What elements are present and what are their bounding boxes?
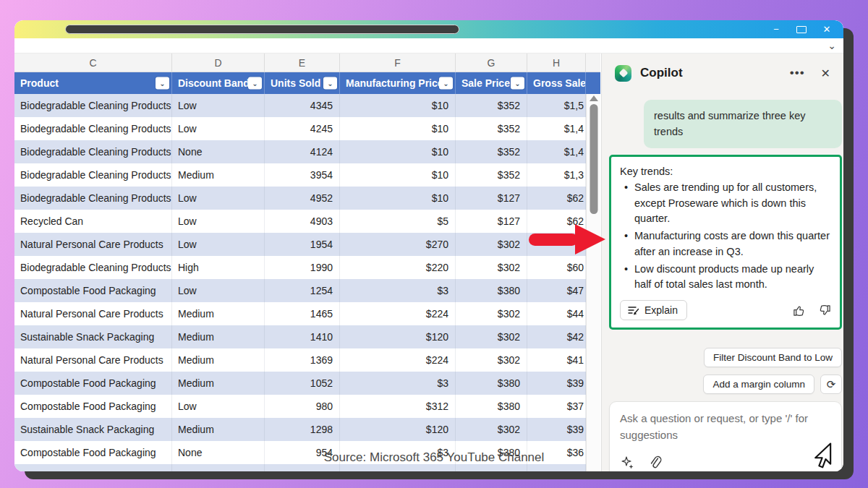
cell-product[interactable]: Sustainable Snack Packaging	[14, 418, 172, 441]
cell-discount-band[interactable]: High	[172, 256, 265, 279]
cell-product[interactable]: Compostable Food Packaging	[14, 372, 172, 395]
column-letter-g[interactable]: G	[456, 53, 527, 72]
cell-manufacturing-price[interactable]: $10	[340, 187, 456, 210]
cell-product[interactable]: Natural Personal Care Products	[14, 302, 172, 325]
minimize-button[interactable]: −	[771, 25, 781, 34]
cell-product[interactable]: Biodegradable Cleaning Products	[14, 163, 172, 187]
filter-dropdown-icon[interactable]: ⌄	[511, 77, 524, 90]
cell-sale-price[interactable]: $380	[456, 279, 527, 302]
cell-discount-band[interactable]: Medium	[172, 163, 265, 187]
suggestion-filter-discount[interactable]: Filter Discount Band to Low	[704, 348, 842, 367]
cell-units-sold[interactable]: 4124	[265, 140, 340, 163]
thumbs-up-icon[interactable]	[793, 304, 807, 317]
cell-gross-sales[interactable]: $1,5	[527, 94, 586, 117]
sheet-scrollbar[interactable]	[586, 94, 600, 471]
cell-manufacturing-price[interactable]: $3	[340, 372, 456, 395]
cell-sale-price[interactable]: $352	[456, 94, 527, 117]
cell-product[interactable]: Biodegradable Cleaning Products	[14, 464, 172, 471]
filter-dropdown-icon[interactable]: ⌄	[323, 77, 337, 90]
column-letter-c[interactable]: C	[14, 53, 172, 72]
header-sale-price[interactable]: Sale Price ⌄	[456, 72, 527, 94]
header-product[interactable]: Product ⌄	[14, 72, 172, 94]
cell-discount-band[interactable]: Low	[172, 233, 265, 256]
cell-discount-band[interactable]: Low	[172, 210, 265, 233]
cell-manufacturing-price[interactable]: $312	[340, 395, 456, 418]
cell-sale-price[interactable]: $302	[456, 348, 527, 372]
cell-sale-price[interactable]: $352	[456, 140, 527, 163]
cell-product[interactable]: Natural Personal Care Products	[14, 233, 172, 256]
cell-gross-sales[interactable]: $1,3	[527, 163, 586, 187]
cell-product[interactable]: Biodegradable Cleaning Products	[14, 256, 172, 279]
cell-gross-sales[interactable]: $1,4	[527, 117, 586, 140]
cell-units-sold[interactable]: 980	[265, 395, 340, 418]
cell-product[interactable]: Biodegradable Cleaning Products	[14, 187, 172, 210]
cell-discount-band[interactable]: Low	[172, 464, 265, 471]
cell-discount-band[interactable]: Low	[172, 187, 265, 210]
cell-sale-price[interactable]: $302	[456, 233, 527, 256]
scrollbar-thumb[interactable]	[590, 104, 597, 214]
cell-manufacturing-price[interactable]: $110	[340, 464, 456, 471]
cell-sale-price[interactable]: $302	[456, 325, 527, 348]
cell-sale-price[interactable]: $127	[456, 187, 527, 210]
refresh-suggestions-icon[interactable]: ⟳	[820, 374, 842, 394]
cell-discount-band[interactable]: Medium	[172, 325, 265, 348]
cell-units-sold[interactable]: 3954	[265, 163, 340, 187]
cell-sale-price[interactable]: $127	[456, 210, 527, 233]
cell-manufacturing-price[interactable]: $10	[340, 117, 456, 140]
filter-dropdown-icon[interactable]: ⌄	[439, 77, 453, 90]
cell-discount-band[interactable]: Low	[172, 395, 265, 418]
cell-sale-price[interactable]: $302	[456, 256, 527, 279]
cell-manufacturing-price[interactable]: $224	[340, 302, 456, 325]
cell-sale-price[interactable]: $352	[456, 117, 527, 140]
cell-sale-price[interactable]: $302	[456, 418, 527, 441]
cell-product[interactable]: Sustainable Snack Packaging	[14, 325, 172, 348]
cell-gross-sales[interactable]: $62	[527, 187, 586, 210]
scroll-up-icon[interactable]	[590, 95, 598, 101]
cell-product[interactable]: Recycled Can	[14, 210, 172, 233]
cell-sale-price[interactable]: $352	[456, 163, 527, 187]
cell-manufacturing-price[interactable]: $10	[340, 140, 456, 163]
cell-manufacturing-price[interactable]: $5	[340, 210, 456, 233]
cell-product[interactable]: Biodegradable Cleaning Products	[14, 140, 172, 163]
cell-units-sold[interactable]: 1410	[265, 325, 340, 348]
cell-sale-price[interactable]: $380	[456, 372, 527, 395]
cell-gross-sales[interactable]: $39	[527, 418, 586, 441]
cell-units-sold[interactable]: 4903	[265, 210, 340, 233]
cell-manufacturing-price[interactable]: $220	[340, 256, 456, 279]
cell-gross-sales[interactable]: $42	[527, 325, 586, 348]
close-window-button[interactable]: ✕	[822, 25, 832, 34]
cell-discount-band[interactable]: Medium	[172, 348, 265, 372]
cell-manufacturing-price[interactable]: $10	[340, 163, 456, 187]
cell-gross-sales[interactable]: $60	[527, 256, 586, 279]
filter-dropdown-icon[interactable]: ⌄	[156, 77, 169, 90]
cell-units-sold[interactable]: 1052	[265, 372, 340, 395]
cell-gross-sales[interactable]: $37	[527, 395, 586, 418]
cell-product[interactable]: Natural Personal Care Products	[14, 348, 172, 372]
header-units-sold[interactable]: Units Sold ⌄	[265, 72, 340, 94]
column-letter-f[interactable]: F	[340, 53, 456, 72]
cell-units-sold[interactable]: 2725	[265, 464, 340, 471]
cell-units-sold[interactable]: 4345	[265, 94, 340, 117]
cell-discount-band[interactable]: Low	[172, 117, 265, 140]
close-panel-icon[interactable]: ✕	[821, 67, 830, 80]
cell-units-sold[interactable]: 1298	[265, 418, 340, 441]
cell-product[interactable]: Compostable Food Packaging	[14, 279, 172, 302]
cell-units-sold[interactable]: 4952	[265, 187, 340, 210]
cell-discount-band[interactable]: None	[172, 140, 265, 163]
cell-manufacturing-price[interactable]: $120	[340, 325, 456, 348]
cell-manufacturing-price[interactable]: $270	[340, 233, 456, 256]
more-options-icon[interactable]: •••	[790, 66, 805, 80]
explain-button[interactable]: Explain	[620, 300, 687, 320]
cell-discount-band[interactable]: Medium	[172, 372, 265, 395]
header-discount-band[interactable]: Discount Band ⌄	[172, 72, 265, 94]
chevron-down-icon[interactable]: ⌄	[827, 40, 836, 51]
column-letter-e[interactable]: E	[265, 53, 340, 72]
cell-sale-price[interactable]: $302	[456, 302, 527, 325]
cell-manufacturing-price[interactable]: $224	[340, 348, 456, 372]
thumbs-down-icon[interactable]	[817, 304, 831, 317]
cell-manufacturing-price[interactable]: $10	[340, 94, 456, 117]
cell-gross-sales[interactable]: $47	[527, 279, 586, 302]
cell-product[interactable]: Compostable Food Packaging	[14, 441, 172, 464]
cell-discount-band[interactable]: Low	[172, 94, 265, 117]
cell-sale-price[interactable]: $107	[456, 464, 527, 471]
